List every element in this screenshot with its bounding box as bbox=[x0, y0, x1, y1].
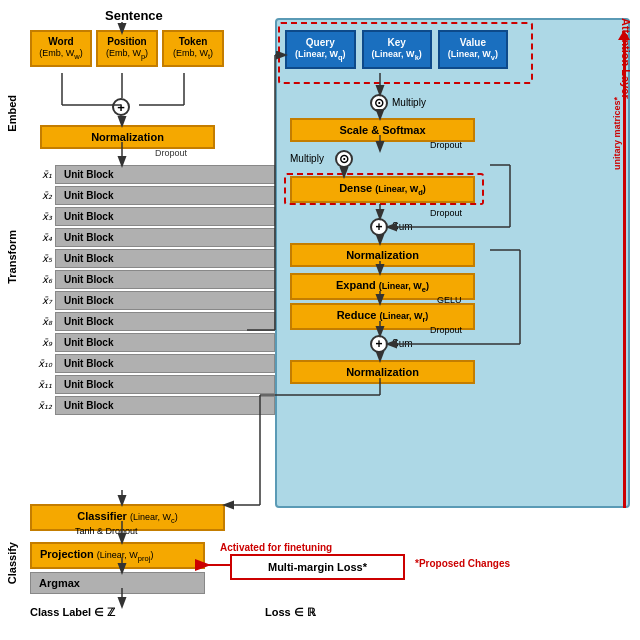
multiply-circle-2: ⊙ bbox=[335, 150, 353, 168]
x-label-3: x̄₃ bbox=[30, 211, 52, 222]
unit-block-8: Unit Block bbox=[55, 312, 275, 331]
unit-block-11: Unit Block bbox=[55, 375, 275, 394]
argmax-box: Argmax bbox=[30, 572, 205, 594]
unit-block-5: Unit Block bbox=[55, 249, 275, 268]
qkv-container: Query(Linear, Wq) Key(Linear, Wk) Value(… bbox=[285, 30, 508, 69]
embed-boxes-container: Word(Emb, Ww) Position(Emb, Wp) Token(Em… bbox=[30, 30, 224, 67]
unit-block-row-1: x̄₁ Unit Block bbox=[30, 165, 275, 184]
position-embed-box: Position(Emb, Wp) bbox=[96, 30, 158, 67]
diagram: Sentence Embed Transform Classify Word(E… bbox=[0, 0, 640, 640]
token-embed-box: Token(Emb, Wt) bbox=[162, 30, 224, 67]
x-label-8: x̄₈ bbox=[30, 316, 52, 327]
unit-block-row-12: x̄₁₂ Unit Block bbox=[30, 396, 275, 415]
dropout-label-1: Dropout bbox=[155, 148, 187, 158]
unit-block-row-2: x̄₂ Unit Block bbox=[30, 186, 275, 205]
value-box: Value(Linear, Wv) bbox=[438, 30, 508, 69]
unit-block-7: Unit Block bbox=[55, 291, 275, 310]
sum-label-1: Sum bbox=[392, 221, 413, 232]
projection-box: Projection (Linear, Wproj) bbox=[30, 542, 205, 569]
classify-label: Classify bbox=[6, 542, 18, 584]
normalization-box-3: Normalization bbox=[290, 360, 475, 384]
normalization-box-2: Normalization bbox=[290, 243, 475, 267]
x-label-12: x̄₁₂ bbox=[30, 400, 52, 411]
plus-circle: + bbox=[112, 98, 130, 116]
multiply-circle-1: ⊙ bbox=[370, 94, 388, 112]
dropout-label-3: Dropout bbox=[430, 208, 462, 218]
unit-block-1: Unit Block bbox=[55, 165, 275, 184]
unit-block-row-11: x̄₁₁ Unit Block bbox=[30, 375, 275, 394]
unit-block-row-5: x̄₅ Unit Block bbox=[30, 249, 275, 268]
attention-layer-label: Attention Layer bbox=[620, 18, 632, 508]
class-label-text: Class Label ∈ ℤ bbox=[30, 606, 115, 619]
x-label-5: x̄₅ bbox=[30, 253, 52, 264]
scale-softmax-box: Scale & Softmax bbox=[290, 118, 475, 142]
sentence-label: Sentence bbox=[105, 8, 163, 23]
query-box: Query(Linear, Wq) bbox=[285, 30, 356, 69]
sum-circle-2: + bbox=[370, 335, 388, 353]
unit-block-row-3: x̄₃ Unit Block bbox=[30, 207, 275, 226]
multiply-label-1: Multiply bbox=[392, 97, 426, 108]
transform-label: Transform bbox=[6, 230, 18, 284]
unit-block-row-10: x̄₁₀ Unit Block bbox=[30, 354, 275, 373]
unit-block-9: Unit Block bbox=[55, 333, 275, 352]
unit-block-row-7: x̄₇ Unit Block bbox=[30, 291, 275, 310]
key-box: Key(Linear, Wk) bbox=[362, 30, 432, 69]
unit-block-6: Unit Block bbox=[55, 270, 275, 289]
x-label-11: x̄₁₁ bbox=[30, 379, 52, 390]
activated-finetuning-label: Activated for finetuning bbox=[220, 542, 332, 553]
unit-block-12: Unit Block bbox=[55, 396, 275, 415]
unit-blocks-container: x̄₁ Unit Block x̄₂ Unit Block x̄₃ Unit B… bbox=[30, 165, 275, 417]
x-label-6: x̄₆ bbox=[30, 274, 52, 285]
x-label-10: x̄₁₀ bbox=[30, 358, 52, 369]
x-label-4: x̄₄ bbox=[30, 232, 52, 243]
unit-block-10: Unit Block bbox=[55, 354, 275, 373]
dropout-label-4: Dropout bbox=[430, 325, 462, 335]
unit-block-row-6: x̄₆ Unit Block bbox=[30, 270, 275, 289]
word-embed-box: Word(Emb, Ww) bbox=[30, 30, 92, 67]
unit-block-3: Unit Block bbox=[55, 207, 275, 226]
x-label-1: x̄₁ bbox=[30, 169, 52, 180]
x-label-2: x̄₂ bbox=[30, 190, 52, 201]
multi-margin-loss-box: Multi-margin Loss* bbox=[230, 554, 405, 580]
proposed-changes-label: *Proposed Changes bbox=[415, 558, 525, 569]
unit-block-row-8: x̄₈ Unit Block bbox=[30, 312, 275, 331]
embed-label: Embed bbox=[6, 95, 18, 132]
sum-circle-1: + bbox=[370, 218, 388, 236]
x-label-9: x̄₉ bbox=[30, 337, 52, 348]
unit-block-row-4: x̄₄ Unit Block bbox=[30, 228, 275, 247]
unit-block-4: Unit Block bbox=[55, 228, 275, 247]
x-label-7: x̄₇ bbox=[30, 295, 52, 306]
normalization-box-1: Normalization bbox=[40, 125, 215, 149]
dropout-label-2: Dropout bbox=[430, 140, 462, 150]
multiply-label-2: Multiply bbox=[290, 153, 324, 164]
tanh-dropout-label: Tanh & Dropout bbox=[75, 526, 138, 536]
unit-block-2: Unit Block bbox=[55, 186, 275, 205]
unit-block-row-9: x̄₉ Unit Block bbox=[30, 333, 275, 352]
sum-label-2: Sum bbox=[392, 338, 413, 349]
loss-label: Loss ∈ ℝ bbox=[265, 606, 316, 619]
dense-box: Dense (Linear, Wd) bbox=[290, 176, 475, 203]
